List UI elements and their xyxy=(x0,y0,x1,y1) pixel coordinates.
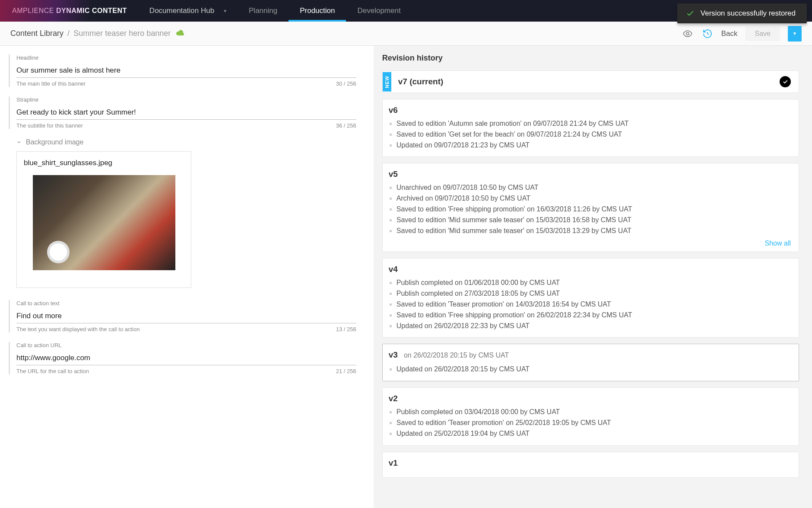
headline-input[interactable] xyxy=(16,64,356,78)
hub-selector[interactable]: Documentation Hub ▼ xyxy=(139,0,238,22)
back-button[interactable]: Back xyxy=(721,29,738,38)
revision-event: Updated on 09/07/2018 21:23 by CMS UAT xyxy=(389,140,791,151)
revision-card[interactable]: v3on 26/02/2018 20:15 by CMS UATUpdated … xyxy=(382,344,799,381)
char-counter: 13 / 256 xyxy=(336,326,356,332)
tab-development[interactable]: Development xyxy=(346,0,412,22)
sub-bar: Content Library / Summer teaser hero ban… xyxy=(0,22,812,46)
tab-production[interactable]: Production xyxy=(289,0,346,22)
revision-event: Saved to edition 'Get set for the beach'… xyxy=(389,129,791,140)
main-content: Headline The main title of this banner 3… xyxy=(0,46,812,508)
section-label: Background image xyxy=(26,138,83,146)
field-label: Call to action URL xyxy=(16,342,356,348)
new-badge: NEW xyxy=(383,72,391,92)
svg-point-0 xyxy=(686,32,689,35)
revision-card[interactable]: v4Publish completed on 01/06/2018 00:00 … xyxy=(382,258,799,338)
toast-message: Version successfully restored xyxy=(701,9,796,18)
revision-list: v6Saved to edition 'Autumn sale promotio… xyxy=(382,99,799,478)
field-hint: The URL for the call to action xyxy=(16,368,89,374)
background-image-toggle[interactable]: Background image xyxy=(16,138,356,146)
chevron-down-icon xyxy=(16,140,22,145)
hub-label: Documentation Hub xyxy=(149,6,214,15)
revision-card[interactable]: v1 xyxy=(382,452,799,478)
revision-event: Updated on 26/02/2018 22:33 by CMS UAT xyxy=(389,321,791,332)
caret-down-icon: ▼ xyxy=(223,9,227,13)
preview-icon[interactable] xyxy=(682,28,694,40)
revision-number: v4 xyxy=(389,265,791,274)
tab-label: Planning xyxy=(249,6,277,15)
cta-text-input[interactable] xyxy=(16,309,356,323)
revision-meta: on 26/02/2018 20:15 by CMS UAT xyxy=(404,351,509,359)
save-button: Save xyxy=(745,26,780,41)
tab-planning[interactable]: Planning xyxy=(238,0,289,22)
brand-logo: AMPLIENCE DYNAMIC CONTENT xyxy=(0,0,139,22)
field-headline: Headline The main title of this banner 3… xyxy=(9,54,356,87)
revision-panel: Revision history NEW v7 (current) v6Save… xyxy=(374,46,812,508)
cta-url-input[interactable] xyxy=(16,351,356,365)
field-hint: The main title of this banner xyxy=(16,80,86,87)
field-strapline: Strapline The subtitle for this banner 3… xyxy=(9,96,356,129)
check-circle-icon xyxy=(780,76,791,87)
char-counter: 21 / 256 xyxy=(336,368,356,374)
field-hint: The text you want displayed with the cal… xyxy=(16,326,140,332)
show-all-link[interactable]: Show all xyxy=(765,240,791,247)
revision-card[interactable]: v5Unarchived on 09/07/2018 10:50 by CMS … xyxy=(382,163,799,252)
char-counter: 30 / 256 xyxy=(336,80,356,87)
revision-number: v2 xyxy=(389,394,791,403)
breadcrumb-root[interactable]: Content Library xyxy=(10,29,63,38)
field-cta-text: Call to action text The text you want di… xyxy=(9,300,356,332)
history-icon[interactable] xyxy=(701,28,714,40)
field-cta-url: Call to action URL The URL for the call … xyxy=(9,342,356,374)
image-thumbnail xyxy=(33,175,175,270)
brand-bold: DYNAMIC CONTENT xyxy=(56,7,127,15)
breadcrumb-leaf: Summer teaser hero banner xyxy=(73,29,171,38)
top-bar: AMPLIENCE DYNAMIC CONTENT Documentation … xyxy=(0,0,812,22)
revision-card[interactable]: v6Saved to edition 'Autumn sale promotio… xyxy=(382,99,799,157)
revision-events: Publish completed on 03/04/2018 00:00 by… xyxy=(389,407,791,439)
save-dropdown-button[interactable]: ▼ xyxy=(788,26,802,42)
revision-events: Publish completed on 01/06/2018 00:00 by… xyxy=(389,278,791,331)
revision-card[interactable]: v2Publish completed on 03/04/2018 00:00 … xyxy=(382,387,799,445)
strapline-input[interactable] xyxy=(16,105,356,120)
revision-title: Revision history xyxy=(382,54,799,63)
breadcrumb-separator: / xyxy=(67,29,70,38)
background-image-card[interactable]: blue_shirt_sunglasses.jpeg xyxy=(16,151,191,288)
revision-current[interactable]: NEW v7 (current) xyxy=(382,70,799,93)
content-form: Headline The main title of this banner 3… xyxy=(0,46,374,508)
revision-event: Publish completed on 27/03/2018 18:05 by… xyxy=(389,288,791,299)
revision-event: Saved to edition 'Teaser promotion' on 2… xyxy=(389,418,791,428)
image-filename: blue_shirt_sunglasses.jpeg xyxy=(24,159,184,167)
revision-number: v6 xyxy=(389,105,791,115)
revision-event: Updated on 26/02/2018 20:15 by CMS UAT xyxy=(389,364,791,375)
tab-label: Development xyxy=(357,6,400,15)
nav-tabs: Planning Production Development xyxy=(238,0,412,22)
revision-event: Unarchived on 09/07/2018 10:50 by CMS UA… xyxy=(389,182,791,193)
revision-event: Saved to edition 'Free shipping promotio… xyxy=(389,310,791,321)
revision-event: Updated on 25/02/2018 19:04 by CMS UAT xyxy=(389,428,791,439)
revision-events: Saved to edition 'Autumn sale promotion'… xyxy=(389,118,791,150)
brand-light: AMPLIENCE xyxy=(12,7,54,15)
tab-label: Production xyxy=(300,6,335,15)
revision-event: Archived on 09/07/2018 10:50 by CMS UAT xyxy=(389,193,791,204)
toast-notification: Version successfully restored xyxy=(677,3,807,23)
revision-event: Publish completed on 01/06/2018 00:00 by… xyxy=(389,278,791,288)
cloud-icon xyxy=(176,30,184,37)
revision-number: v1 xyxy=(389,458,791,468)
field-label: Strapline xyxy=(16,96,356,103)
revision-event: Saved to edition 'Autumn sale promotion'… xyxy=(389,118,791,129)
revision-event: Saved to edition 'Mid summer sale teaser… xyxy=(389,226,791,236)
revision-events: Updated on 26/02/2018 20:15 by CMS UAT xyxy=(389,364,791,375)
revision-number: v3 xyxy=(389,350,398,360)
revision-event: Saved to edition 'Teaser promotion' on 1… xyxy=(389,299,791,310)
field-hint: The subtitle for this banner xyxy=(16,122,83,129)
field-label: Headline xyxy=(16,54,356,61)
revision-events: Unarchived on 09/07/2018 10:50 by CMS UA… xyxy=(389,182,791,236)
revision-event: Saved to edition 'Free shipping promotio… xyxy=(389,204,791,215)
revision-event: Saved to edition 'Mid summer sale teaser… xyxy=(389,215,791,226)
revision-number: v5 xyxy=(389,169,791,179)
top-nav: Documentation Hub ▼ Planning Production … xyxy=(139,0,412,22)
revision-event: Publish completed on 03/04/2018 00:00 by… xyxy=(389,407,791,418)
char-counter: 36 / 256 xyxy=(336,122,356,129)
subbar-actions: Back Save ▼ xyxy=(682,26,802,42)
revision-label: v7 (current) xyxy=(391,71,450,93)
breadcrumb: Content Library / Summer teaser hero ban… xyxy=(10,29,184,38)
